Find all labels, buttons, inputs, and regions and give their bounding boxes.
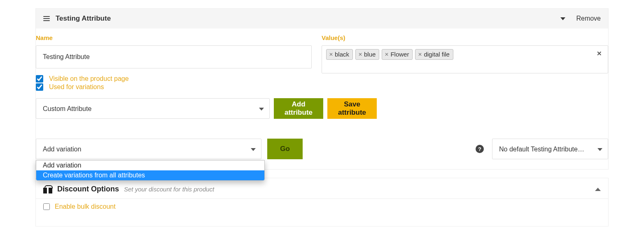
discount-header[interactable]: Discount Options Set your discount for t… — [36, 178, 608, 198]
variation-option-add[interactable]: Add variation — [36, 160, 264, 170]
add-attribute-button[interactable]: Add attribute — [274, 98, 323, 119]
clear-all-tags-icon[interactable]: ✕ — [597, 50, 602, 57]
remove-tag-icon[interactable]: ✕ — [358, 50, 362, 59]
discount-subtitle: Set your discount for this product — [124, 186, 214, 193]
attribute-name-input[interactable] — [36, 45, 312, 68]
variation-action-dropdown: Add variation Create variations from all… — [36, 160, 265, 181]
default-attribute-select[interactable]: No default Testing Attribute… — [492, 139, 608, 159]
remove-tag-icon[interactable]: ✕ — [418, 50, 422, 59]
go-button[interactable]: Go — [267, 139, 303, 159]
value-tag: ✕black — [326, 49, 353, 60]
discount-title: Discount Options — [57, 185, 119, 193]
enable-bulk-discount-label[interactable]: Enable bulk discount — [55, 203, 116, 210]
remove-tag-icon[interactable]: ✕ — [329, 50, 333, 59]
gift-icon — [43, 185, 52, 193]
enable-bulk-discount-checkbox[interactable] — [43, 203, 50, 210]
variation-action-select[interactable]: Add variation — [36, 139, 261, 159]
variation-option-create-all[interactable]: Create variations from all attributes — [36, 170, 264, 180]
variations-checkbox[interactable] — [36, 83, 43, 91]
values-label: Value(s) — [322, 34, 608, 41]
visible-checkbox[interactable] — [36, 75, 43, 83]
drag-handle-icon[interactable] — [43, 16, 50, 21]
value-tag: ✕digital file — [415, 49, 453, 60]
variations-label[interactable]: Used for variations — [49, 83, 104, 91]
value-tag: ✕blue — [355, 49, 379, 60]
attribute-header[interactable]: Testing Attribute Remove — [36, 9, 608, 28]
remove-tag-icon[interactable]: ✕ — [385, 50, 389, 59]
value-tag: ✕Flower — [382, 49, 413, 60]
values-tag-input[interactable]: ✕black ✕blue ✕Flower ✕digital file ✕ — [322, 45, 608, 73]
collapse-up-icon[interactable] — [595, 188, 601, 191]
collapse-icon[interactable] — [560, 17, 565, 20]
help-icon[interactable]: ? — [476, 145, 484, 153]
visible-label[interactable]: Visible on the product page — [49, 75, 129, 83]
attribute-type-select[interactable]: Custom Attribute — [36, 98, 270, 119]
name-label: Name — [36, 34, 312, 41]
attribute-title: Testing Attribute — [56, 14, 111, 23]
remove-attribute-link[interactable]: Remove — [576, 15, 601, 22]
